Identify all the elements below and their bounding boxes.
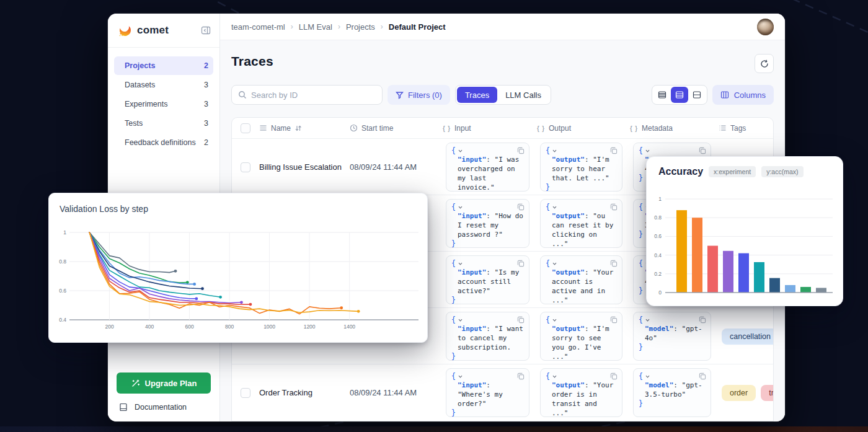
- validation-loss-chart-card: Validation Loss by step 0.40.60.81200400…: [48, 193, 428, 343]
- svg-text:0.2: 0.2: [654, 271, 662, 277]
- select-all-checkbox[interactable]: [241, 123, 250, 133]
- copy-icon[interactable]: [517, 147, 525, 154]
- search-box[interactable]: [231, 85, 383, 105]
- sidebar-item-experiments[interactable]: Experiments3: [114, 95, 213, 113]
- copy-icon[interactable]: [610, 147, 618, 154]
- sort-icon[interactable]: [294, 125, 302, 132]
- output-cell: {"output": "ou can reset it by clicking …: [537, 195, 630, 252]
- tag-pill-tracking[interactable]: tracking: [761, 385, 773, 401]
- input-cell: {"input": "I want to cancel my subscript…: [443, 308, 537, 364]
- breadcrumb-item-projects[interactable]: Projects: [346, 22, 375, 32]
- sidebar-item-tests[interactable]: Tests3: [114, 114, 213, 133]
- search-input[interactable]: [251, 90, 376, 100]
- svg-text:0.4: 0.4: [654, 252, 662, 258]
- svg-text:1200: 1200: [304, 324, 316, 330]
- loss-chart-title: Validation Loss by step: [60, 204, 148, 214]
- chevron-down-icon[interactable]: [552, 148, 557, 154]
- row-height-medium-button[interactable]: [671, 87, 688, 103]
- copy-icon[interactable]: [699, 316, 706, 324]
- chevron-down-icon[interactable]: [552, 205, 557, 210]
- toggle-traces[interactable]: Traces: [457, 87, 497, 103]
- filters-button[interactable]: Filters (0): [388, 85, 450, 105]
- input-json-box[interactable]: {"input": "I was overcharged on my last …: [446, 143, 529, 192]
- row-checkbox[interactable]: [241, 388, 250, 398]
- svg-text:0: 0: [658, 289, 662, 296]
- output-json-box[interactable]: {"output": "Your order is in transit and…: [540, 368, 622, 417]
- chevron-down-icon[interactable]: [552, 317, 557, 323]
- svg-text:1000: 1000: [264, 324, 275, 330]
- documentation-link[interactable]: Documentation: [108, 402, 219, 421]
- input-json-box[interactable]: {"input": "Where's my order?"}: [446, 368, 529, 417]
- input-json-box[interactable]: {"input": "How do I reset my password ?"…: [446, 199, 529, 248]
- breadcrumb-item-team-comet-ml[interactable]: team-comet-ml: [231, 22, 285, 32]
- table-row[interactable]: Order Tracking08/09/24 11:44 AM{"input":…: [232, 364, 773, 421]
- output-json-box[interactable]: {"output": "I'm sorry to hear that. Let …: [540, 143, 622, 192]
- upgrade-plan-button[interactable]: Upgrade Plan: [117, 372, 211, 394]
- accuracy-chart-title: Accuracy: [658, 166, 703, 177]
- copy-icon[interactable]: [517, 203, 525, 211]
- column-header-input[interactable]: { }Input: [443, 124, 537, 133]
- output-json-box[interactable]: {"output": "Your account is active and i…: [540, 255, 622, 304]
- toggle-llm-calls[interactable]: LLM Calls: [497, 87, 549, 103]
- chevron-down-icon[interactable]: [458, 317, 463, 323]
- row-checkbox[interactable]: [241, 162, 250, 172]
- chevron-down-icon[interactable]: [458, 148, 463, 154]
- breadcrumb: team-comet-ml›LLM Eval›Projects›Default …: [231, 22, 757, 32]
- axis-tag-pill: x:experiment: [709, 166, 756, 177]
- chevron-down-icon[interactable]: [458, 261, 463, 267]
- copy-icon[interactable]: [610, 203, 618, 211]
- copy-icon[interactable]: [517, 316, 525, 324]
- chevron-down-icon[interactable]: [552, 374, 557, 379]
- sidebar-item-feedback-definitions[interactable]: Feedback definitions2: [114, 133, 213, 152]
- column-header-output[interactable]: { }Output: [537, 124, 630, 133]
- columns-icon: [720, 90, 729, 99]
- avatar[interactable]: [757, 19, 774, 35]
- output-cell: {"output": "I'm sorry to hear that. Let …: [537, 139, 630, 195]
- column-header-name[interactable]: Name: [259, 124, 350, 133]
- copy-icon[interactable]: [517, 260, 525, 267]
- curly-braces-icon: { }: [443, 125, 451, 132]
- page-title: Traces: [231, 54, 273, 69]
- svg-text:800: 800: [225, 324, 234, 330]
- copy-icon[interactable]: [699, 372, 706, 380]
- chevron-down-icon[interactable]: [645, 148, 650, 154]
- input-json-box[interactable]: {"input": "Is my account still active?"}: [446, 255, 529, 304]
- chevron-down-icon[interactable]: [458, 205, 463, 210]
- column-header-metadata[interactable]: { }Metadata: [630, 124, 719, 133]
- copy-icon[interactable]: [699, 147, 706, 154]
- sidebar-item-datasets[interactable]: Datasets3: [114, 76, 213, 94]
- toolbar: Filters (0) TracesLLM Calls: [231, 85, 774, 105]
- column-header-start-time[interactable]: Start time: [350, 124, 443, 133]
- chevron-down-icon[interactable]: [645, 374, 650, 379]
- svg-text:600: 600: [185, 324, 193, 330]
- input-json-box[interactable]: {"input": "I want to cancel my subscript…: [446, 312, 529, 361]
- svg-text:0.6: 0.6: [654, 233, 662, 239]
- breadcrumb-item-default-project: Default Project: [389, 22, 446, 32]
- refresh-button[interactable]: [755, 54, 774, 73]
- tags-cell: ordertracking: [719, 364, 773, 421]
- copy-icon[interactable]: [517, 372, 525, 380]
- row-height-large-button[interactable]: [688, 87, 706, 103]
- breadcrumb-item-llm-eval[interactable]: LLM Eval: [299, 22, 332, 32]
- metadata-json-box[interactable]: {"model": "gpt-4o"}: [633, 312, 711, 361]
- collapse-sidebar-icon[interactable]: [201, 25, 211, 35]
- copy-icon[interactable]: [610, 316, 618, 324]
- sidebar-item-projects[interactable]: Projects2: [114, 56, 213, 75]
- chevron-down-icon[interactable]: [645, 317, 650, 323]
- output-json-box[interactable]: {"output": "I'm sorry to see you go. I'v…: [540, 312, 622, 361]
- copy-icon[interactable]: [610, 372, 618, 380]
- tag-pill-order[interactable]: order: [722, 385, 756, 401]
- row-height-small-button[interactable]: [653, 87, 671, 103]
- metadata-json-box[interactable]: {"model": "gpt-3.5-turbo"}: [633, 368, 711, 417]
- columns-button[interactable]: Columns: [712, 85, 774, 105]
- tag-pill-cancellation[interactable]: cancellation: [722, 328, 773, 345]
- output-cell: {"output": "I'm sorry to see you go. I'v…: [537, 308, 630, 364]
- chevron-down-icon[interactable]: [552, 261, 557, 267]
- accuracy-chart: 00.20.40.60.81: [647, 157, 844, 307]
- input-cell: {"input": "I was overcharged on my last …: [443, 139, 537, 195]
- output-json-box[interactable]: {"output": "ou can reset it by clicking …: [540, 199, 622, 248]
- chevron-down-icon[interactable]: [458, 374, 463, 379]
- column-header-tags[interactable]: Tags: [719, 124, 773, 133]
- trace-start-time: 08/09/24 11:44 AM: [350, 388, 443, 397]
- copy-icon[interactable]: [610, 260, 618, 267]
